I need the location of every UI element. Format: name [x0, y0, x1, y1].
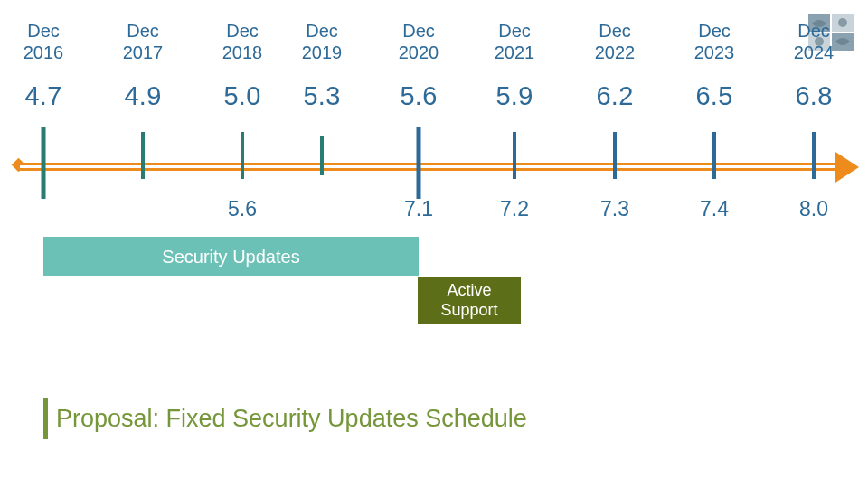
year-label-2023: Dec2023: [669, 20, 760, 63]
active-support-label: Active Support: [418, 281, 521, 320]
wp-version-2017: 4.9: [98, 81, 188, 111]
tick-2017: [141, 132, 145, 179]
php-version-2022: 7.3: [570, 197, 660, 221]
tick-2021: [513, 132, 516, 179]
tick-2016: [42, 127, 46, 199]
tick-2023: [712, 132, 716, 179]
tick-2018: [241, 132, 244, 179]
year-label-2021: Dec2021: [469, 20, 560, 63]
year-label-2018: Dec2018: [197, 20, 288, 63]
php-version-2020: 7.1: [373, 197, 464, 221]
page-title: Proposal: Fixed Security Updates Schedul…: [56, 398, 527, 439]
year-label-2016: Dec2016: [0, 20, 89, 63]
php-version-2024: 8.0: [769, 197, 859, 221]
wp-version-2024: 6.8: [769, 81, 859, 111]
tick-2024: [812, 132, 816, 179]
php-version-2023: 7.4: [669, 197, 760, 221]
php-version-2021: 7.2: [469, 197, 560, 221]
heading-accent: [43, 398, 48, 439]
security-updates-bar: Security Updates: [43, 237, 419, 276]
wp-version-2022: 6.2: [570, 81, 660, 111]
wp-version-2019: 5.3: [277, 81, 367, 111]
wp-version-2021: 5.9: [469, 81, 560, 111]
wp-version-2020: 5.6: [373, 81, 464, 111]
year-label-2022: Dec2022: [570, 20, 660, 63]
tick-2019: [320, 136, 324, 175]
active-support-bar: Active Support: [418, 277, 521, 324]
year-label-2017: Dec2017: [98, 20, 188, 63]
year-label-2024: Dec2024: [769, 20, 859, 63]
year-label-2019: Dec2019: [277, 20, 367, 63]
wp-version-2023: 6.5: [669, 81, 760, 111]
tick-2022: [613, 132, 617, 179]
php-version-2018: 5.6: [197, 197, 288, 221]
timeline-arrowhead-icon: [835, 152, 859, 183]
tick-2020: [417, 127, 421, 199]
wp-version-2018: 5.0: [197, 81, 288, 111]
wp-version-2016: 4.7: [0, 81, 89, 111]
year-label-2020: Dec2020: [373, 20, 464, 63]
